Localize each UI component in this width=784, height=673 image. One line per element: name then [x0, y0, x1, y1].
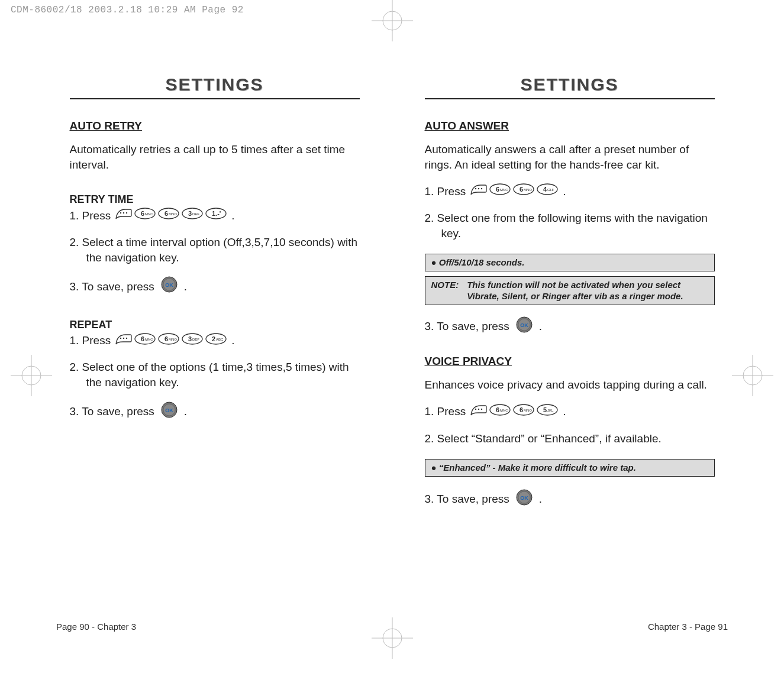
period: . [231, 208, 234, 224]
svg-text:6: 6 [520, 186, 523, 193]
svg-text:DEF: DEF [192, 338, 199, 341]
register-mark-bottom-icon [372, 617, 413, 661]
svg-point-64 [481, 409, 482, 410]
keypad-key-icon: 4GHI [536, 183, 559, 200]
svg-text:MNO: MNO [524, 188, 532, 192]
svg-text:OK: OK [165, 407, 173, 413]
svg-text:6: 6 [164, 210, 168, 217]
ok-key: OK [158, 401, 180, 423]
ok-key-icon: OK [160, 401, 178, 423]
svg-text:1.-': 1.-' [212, 210, 221, 217]
keypad-key-icon: 6MNO [512, 183, 535, 200]
keypad-key-icon: 2ABC [205, 332, 227, 350]
auto-answer-step2: 2. Select one from the following items w… [425, 211, 715, 241]
svg-text:6: 6 [496, 406, 499, 413]
voice-privacy-step2: 2. Select “Standard” or “Enhanced”, if a… [425, 431, 715, 446]
ok-key-icon: OK [160, 276, 178, 297]
period: . [231, 333, 234, 348]
right-page: SETTINGS AUTO ANSWER Automatically answe… [425, 75, 715, 520]
svg-text:MNO: MNO [500, 409, 508, 412]
svg-text:OK: OK [520, 322, 528, 328]
ok-key-icon: OK [515, 488, 533, 510]
svg-text:OK: OK [520, 495, 528, 501]
svg-text:6: 6 [164, 335, 168, 342]
note-box-off-seconds: ● Off/5/10/18 seconds. [425, 254, 715, 271]
svg-text:MNO: MNO [145, 212, 153, 216]
svg-text:6: 6 [141, 210, 144, 217]
softkey-icon [470, 183, 488, 200]
ok-key: OK [513, 488, 535, 510]
period: . [184, 404, 187, 419]
svg-text:MNO: MNO [524, 409, 532, 412]
keypad-key-icon: 3DEF [181, 332, 204, 350]
heading-retry-time: RETRY TIME [70, 193, 360, 206]
svg-point-31 [126, 338, 127, 339]
auto-answer-step1: 1. Press 6MNO6MNO4GHI . [425, 183, 715, 200]
repeat-step3: 3. To save, press OK . [70, 401, 360, 423]
heading-voice-privacy: VOICE PRIVACY [425, 355, 715, 368]
svg-text:ABC: ABC [216, 338, 224, 341]
key-list: 6MNO6MNO3DEF1.-' [114, 207, 228, 224]
softkey-icon [115, 207, 133, 224]
keypad-key-icon: 1.-' [205, 207, 227, 224]
keypad-key-icon: 3DEF [181, 207, 204, 224]
footer-left: Page 90 - Chapter 3 [56, 622, 136, 632]
ok-key-icon: OK [515, 316, 533, 338]
bullet-icon: ● [431, 462, 439, 473]
svg-point-30 [123, 338, 124, 339]
note-text: “Enhanced” - Make it more difficult to w… [439, 462, 636, 473]
period: . [563, 404, 566, 419]
page-title: SETTINGS [70, 75, 360, 99]
auto-answer-desc: Automatically answers a call after a pre… [425, 142, 715, 172]
heading-auto-answer: AUTO ANSWER [425, 119, 715, 132]
svg-text:MNO: MNO [500, 188, 508, 192]
step-text: 1. Press [425, 184, 466, 199]
note-label: NOTE: [431, 279, 459, 302]
step-text: 3. To save, press [70, 404, 154, 419]
bullet-icon: ● [431, 257, 439, 267]
retry-time-step2: 2. Select a time interval option (Off,3,… [70, 235, 360, 265]
retry-time-step1: 1. Press 6MNO6MNO3DEF1.-' . [70, 207, 360, 224]
keypad-key-icon: 6MNO [512, 403, 535, 420]
svg-text:4: 4 [543, 186, 547, 193]
keypad-key-icon: 6MNO [134, 207, 156, 224]
keypad-key-icon: 6MNO [489, 403, 511, 420]
auto-answer-step3: 3. To save, press OK . [425, 316, 715, 338]
svg-text:OK: OK [165, 282, 173, 288]
keypad-key-icon: 6MNO [157, 332, 180, 350]
note-text: Off/5/10/18 seconds. [439, 257, 525, 267]
svg-text:MNO: MNO [169, 338, 177, 341]
svg-point-49 [481, 188, 482, 189]
svg-text:DEF: DEF [192, 212, 199, 216]
step-text: 3. To save, press [425, 319, 509, 334]
keypad-key-icon: 5JKL [536, 403, 559, 420]
svg-text:6: 6 [141, 335, 144, 342]
page-title: SETTINGS [425, 75, 715, 99]
svg-point-14 [126, 212, 127, 213]
step-text: 1. Press [70, 333, 111, 348]
keypad-key-icon: 6MNO [489, 183, 511, 200]
svg-text:6: 6 [520, 406, 523, 413]
svg-text:MNO: MNO [169, 212, 177, 216]
step-text: 3. To save, press [70, 279, 154, 295]
svg-text:6: 6 [496, 186, 499, 193]
note-box-warning: NOTE: This function will not be activate… [425, 276, 715, 305]
svg-text:3: 3 [188, 335, 192, 342]
repeat-step2: 2. Select one of the options (1 time,3 t… [70, 360, 360, 390]
step-text: 3. To save, press [425, 491, 509, 507]
key-list: 6MNO6MNO5JKL [469, 403, 559, 420]
svg-point-48 [478, 188, 479, 189]
svg-point-47 [475, 188, 476, 189]
auto-retry-desc: Automatically retries a call up to 5 tim… [70, 142, 360, 172]
step-text: 1. Press [70, 208, 111, 224]
svg-point-63 [478, 409, 479, 410]
period: . [539, 491, 542, 507]
heading-auto-retry: AUTO RETRY [70, 119, 360, 132]
ok-key: OK [158, 276, 180, 297]
voice-privacy-step3: 3. To save, press OK . [425, 488, 715, 510]
note-body: This function will not be activated when… [467, 279, 708, 302]
svg-text:GHI: GHI [547, 188, 554, 192]
voice-privacy-step1: 1. Press 6MNO6MNO5JKL . [425, 403, 715, 420]
keypad-key-icon: 6MNO [134, 332, 156, 350]
svg-text:3: 3 [188, 210, 192, 217]
